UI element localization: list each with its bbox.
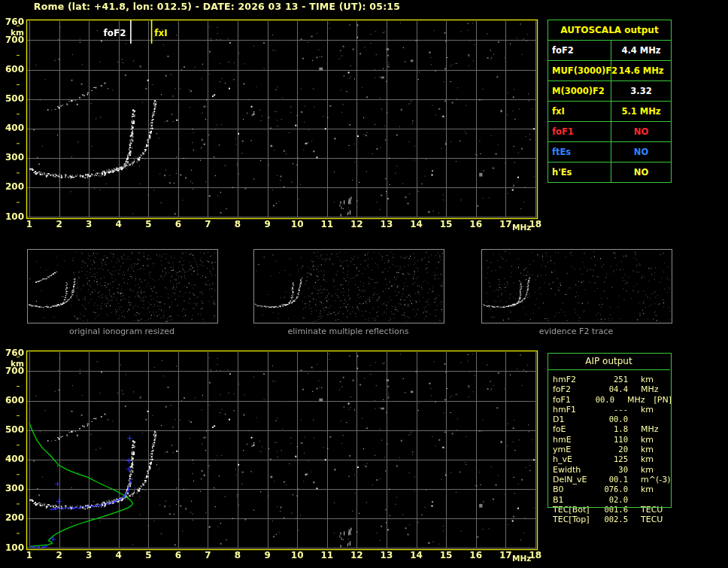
param-value: --- (596, 405, 628, 415)
table-row: h_vE125km (548, 454, 672, 464)
y-tick-label: 600 (0, 396, 24, 405)
param-label: ymE (548, 445, 596, 454)
param-label: foF2 (548, 384, 596, 394)
x-tick-label: 16 (466, 220, 486, 229)
param-label: B1 (548, 495, 596, 505)
param-value: 125 (596, 454, 628, 464)
table-row: ftEsNO (548, 142, 671, 163)
param-label: Ewidth (548, 465, 596, 475)
param-value: 02.0 (596, 495, 628, 505)
table-row: hmE110km (548, 435, 672, 445)
x-tick-label: 6 (168, 220, 188, 229)
param-value: 3.32 (611, 81, 671, 101)
aip-table-rows: hmF2251kmfoF204.4MHzfoF100.0MHz[PN]hmF1-… (548, 370, 672, 524)
param-value: NO (611, 122, 671, 141)
param-label: hmF1 (548, 405, 596, 415)
autoscala-table-header: AUTOSCALA output (548, 20, 671, 41)
x-tick-label: 8 (228, 220, 247, 229)
param-value: 04.4 (596, 384, 628, 394)
param-label: fxI (548, 102, 611, 121)
y-axis-unit-label: km (0, 359, 24, 369)
param-value: NO (611, 163, 671, 182)
y-tick-label: 200 (0, 182, 24, 192)
param-value: 076.0 (596, 484, 628, 494)
thumbnail-caption: evidence F2 trace (481, 327, 671, 336)
x-tick-label: 7 (198, 220, 217, 229)
thumbnail-original-ionogram (27, 249, 218, 323)
table-row: foE1.8MHz (548, 424, 672, 434)
y-tick-label: 200 (0, 513, 24, 523)
table-row: h'EsNO (548, 163, 671, 182)
thumbnail-eliminate-canvas (254, 250, 444, 323)
param-value: 30 (596, 465, 628, 475)
x-tick-label: 6 (168, 551, 188, 560)
x-tick-label: 14 (407, 551, 426, 560)
param-unit: km (628, 405, 654, 415)
table-row: TEC[Top]002.5TECU (548, 515, 672, 524)
table-row: M(3000)F23.32 (548, 81, 671, 102)
x-tick-label: 4 (109, 551, 129, 560)
param-flag: [PN] (645, 395, 672, 405)
param-label: foF2 (548, 41, 611, 60)
x-tick-label: 14 (407, 220, 426, 229)
param-value: 5.1 MHz (611, 102, 671, 121)
y-tick-label: 400 (0, 454, 24, 464)
param-value: 001.6 (596, 505, 628, 515)
param-value: NO (611, 142, 671, 162)
table-row: Ewidth30km (548, 465, 672, 475)
param-unit: km (628, 465, 654, 475)
x-tick-label: 3 (79, 220, 99, 229)
y-tick-label: 600 (0, 65, 24, 74)
fof2-marker-label: foF2 (95, 28, 126, 38)
thumbnail-caption: original ionogram resized (27, 327, 217, 336)
x-tick-label: 11 (317, 220, 337, 229)
table-row: D100.0 (548, 415, 672, 424)
x-tick-label: 11 (317, 551, 337, 560)
fxi-marker-label: fxI (154, 28, 167, 38)
param-value: 1.8 (596, 424, 628, 434)
table-row: hmF2251km (548, 375, 672, 384)
autoscala-table-rows: foF24.4 MHzMUF(3000)F214.6 MHzM(3000)F23… (548, 41, 671, 182)
param-value: 110 (596, 435, 628, 445)
param-label: MUF(3000)F2 (548, 61, 611, 80)
thumbnail-original-canvas (28, 250, 217, 323)
param-label: TEC[Bot] (548, 505, 596, 515)
y-tick-label: 300 (0, 153, 24, 163)
y-tick-label: 100 (0, 543, 24, 553)
autoscala-output-table: AUTOSCALA output foF24.4 MHzMUF(3000)F21… (548, 20, 672, 183)
param-value: 4.4 MHz (611, 41, 671, 60)
param-unit: TECU (628, 515, 663, 524)
param-label: foF1 (548, 122, 611, 141)
param-unit: km (628, 435, 654, 445)
param-label: B0 (548, 484, 596, 494)
x-tick-label: 12 (347, 551, 366, 560)
table-row: foF204.4MHz (548, 384, 672, 394)
x-tick-label: 5 (138, 551, 158, 560)
param-label: hmE (548, 435, 596, 445)
param-value: 00.0 (588, 395, 614, 405)
table-row: ymE20km (548, 445, 672, 454)
param-unit: m^(-3) (628, 475, 670, 484)
y-axis-unit-label: km (0, 28, 24, 38)
thumbnail-eliminate-reflections (253, 249, 444, 323)
param-label: foE (548, 424, 596, 434)
param-value: 14.6 MHz (611, 61, 671, 80)
x-tick-label: 9 (258, 220, 278, 229)
table-row: MUF(3000)F214.6 MHz (548, 61, 671, 81)
aip-table-header: AIP output (548, 353, 670, 370)
x-tick-label: 10 (287, 551, 307, 560)
x-tick-label: 3 (79, 551, 99, 560)
param-label: TEC[Top] (548, 515, 596, 524)
y-tick-label: 300 (0, 484, 24, 494)
x-axis-unit-label: MHz (512, 554, 531, 563)
param-label: DelN_vE (548, 475, 596, 484)
param-label: h_vE (548, 454, 596, 464)
aip-output-table: AIP output hmF2251kmfoF204.4MHzfoF100.0M… (548, 353, 672, 524)
x-tick-label: 13 (377, 220, 396, 229)
param-unit: km (628, 445, 654, 454)
y-tick-label: 400 (0, 123, 24, 133)
y-tick-label: 760 (0, 348, 24, 358)
param-unit: MHz (628, 384, 659, 394)
table-row: foF1NO (548, 122, 671, 142)
x-tick-label: 9 (258, 551, 278, 560)
